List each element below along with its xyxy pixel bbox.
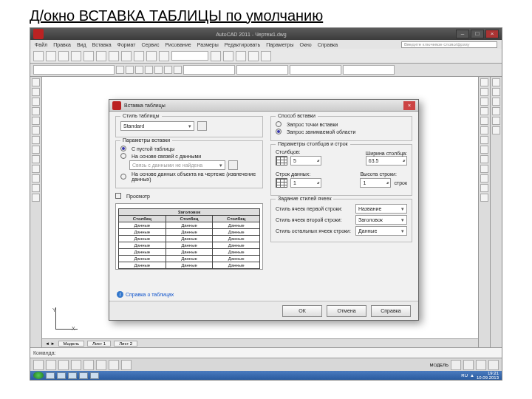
- menu-view[interactable]: Вид: [77, 42, 86, 47]
- pan-icon[interactable]: [146, 51, 157, 61]
- hatch-icon[interactable]: [32, 146, 40, 154]
- ok-button[interactable]: ОК: [282, 305, 322, 317]
- other-rows-style-select[interactable]: Данные: [355, 226, 407, 236]
- grid-toggle[interactable]: [46, 360, 56, 370]
- columns-input[interactable]: 5: [290, 156, 321, 166]
- preview-checkbox[interactable]: [115, 193, 121, 199]
- tool-icon[interactable]: [261, 51, 271, 61]
- ellipse-icon[interactable]: [32, 136, 40, 144]
- search-input[interactable]: Введите ключевое слово/фразу: [401, 41, 497, 48]
- tool-icon[interactable]: [223, 51, 233, 61]
- text-icon[interactable]: [32, 155, 40, 163]
- save-icon[interactable]: [58, 51, 69, 61]
- workspace-select[interactable]: [171, 51, 208, 61]
- layer-tool-icon[interactable]: [174, 66, 182, 74]
- minimize-button[interactable]: –: [456, 30, 469, 38]
- layer-tool-icon[interactable]: [116, 66, 124, 74]
- row-height-input[interactable]: 1: [360, 178, 391, 188]
- close-button[interactable]: ×: [485, 30, 499, 38]
- new-icon[interactable]: [33, 51, 44, 61]
- polygon-icon[interactable]: [32, 126, 40, 134]
- copy-obj-icon[interactable]: [480, 88, 488, 96]
- linetype-select[interactable]: [236, 65, 288, 75]
- menu-dimension[interactable]: Размеры: [197, 42, 219, 47]
- point-icon[interactable]: [32, 174, 40, 183]
- trim-icon[interactable]: [480, 165, 488, 173]
- fillet-icon[interactable]: [480, 184, 488, 192]
- maximize-button[interactable]: □: [471, 30, 484, 38]
- print-icon[interactable]: [71, 51, 81, 61]
- first-row-style-select[interactable]: Название: [355, 204, 407, 214]
- taskbar-app-icon[interactable]: [68, 372, 77, 379]
- tool-icon[interactable]: [211, 51, 221, 61]
- extend-icon[interactable]: [480, 174, 488, 183]
- dyn-toggle[interactable]: [109, 360, 119, 370]
- move-icon[interactable]: [480, 126, 488, 134]
- help-button[interactable]: Справка: [371, 305, 411, 317]
- menu-draw[interactable]: Рисование: [165, 42, 191, 47]
- table-icon[interactable]: [32, 165, 40, 173]
- status-tool-icon[interactable]: [451, 360, 461, 370]
- rect-icon[interactable]: [32, 117, 40, 125]
- polyline-icon[interactable]: [32, 88, 40, 96]
- open-icon[interactable]: [46, 51, 56, 61]
- stretch-icon[interactable]: [480, 155, 488, 163]
- tool-icon[interactable]: [492, 88, 500, 96]
- tool-icon[interactable]: [492, 107, 500, 115]
- line-icon[interactable]: [32, 78, 40, 86]
- block-icon[interactable]: [32, 194, 40, 202]
- table-style-select[interactable]: Standard: [120, 121, 194, 131]
- taskbar-app-icon[interactable]: [90, 372, 99, 379]
- tab-layout2[interactable]: Лист 2: [114, 341, 137, 347]
- layer-tool-icon[interactable]: [145, 66, 153, 74]
- scale-icon[interactable]: [480, 146, 488, 154]
- tool-icon[interactable]: [492, 78, 500, 86]
- start-button[interactable]: [33, 372, 44, 379]
- otrack-toggle[interactable]: [96, 360, 106, 370]
- paste-icon[interactable]: [109, 51, 119, 61]
- menu-window[interactable]: Окно: [299, 42, 311, 47]
- help-link[interactable]: iСправка о таблицах: [117, 291, 174, 298]
- erase-icon[interactable]: [480, 78, 488, 86]
- ortho-toggle[interactable]: [58, 360, 69, 370]
- tool-icon[interactable]: [236, 51, 246, 61]
- mirror-icon[interactable]: [480, 98, 488, 106]
- cancel-button[interactable]: Отмена: [327, 305, 366, 317]
- menu-tools[interactable]: Сервис: [141, 42, 159, 47]
- taskbar-app-icon[interactable]: [79, 372, 88, 379]
- menu-params[interactable]: Параметры: [266, 42, 293, 47]
- radio-point[interactable]: [276, 121, 282, 127]
- status-tool-icon[interactable]: [463, 360, 474, 370]
- menu-modify[interactable]: Редактировать: [225, 42, 260, 47]
- data-link-button[interactable]: [228, 160, 238, 170]
- command-line[interactable]: Команда:: [30, 347, 502, 358]
- menu-edit[interactable]: Правка: [53, 42, 71, 47]
- menu-file[interactable]: Файл: [35, 42, 47, 47]
- tab-model[interactable]: Модель: [58, 341, 85, 347]
- radio-empty-table[interactable]: [120, 146, 126, 151]
- offset-icon[interactable]: [480, 107, 488, 115]
- snap-toggle[interactable]: [33, 360, 44, 370]
- copy-icon[interactable]: [96, 51, 106, 61]
- lineweight-select[interactable]: [290, 65, 341, 75]
- tray-lang[interactable]: RU: [461, 373, 468, 378]
- style-launch-button[interactable]: [197, 121, 207, 131]
- tool-icon[interactable]: [248, 51, 259, 61]
- layer-tool-icon[interactable]: [135, 66, 143, 74]
- lwt-toggle[interactable]: [121, 360, 132, 370]
- color-select[interactable]: [183, 65, 235, 75]
- taskbar-app-icon[interactable]: [46, 372, 55, 379]
- menu-format[interactable]: Формат: [117, 42, 136, 47]
- undo-icon[interactable]: [121, 51, 132, 61]
- chamfer-icon[interactable]: [480, 194, 488, 202]
- second-row-style-select[interactable]: Заголовок: [355, 215, 407, 225]
- radio-window[interactable]: [276, 129, 282, 134]
- layer-select[interactable]: [33, 65, 115, 75]
- radio-extract[interactable]: [120, 174, 126, 180]
- array-icon[interactable]: [480, 117, 488, 125]
- arc-icon[interactable]: [32, 107, 40, 115]
- zoom-icon[interactable]: [159, 51, 169, 61]
- plotstyle-select[interactable]: [343, 65, 395, 75]
- menu-insert[interactable]: Вставка: [92, 42, 112, 47]
- col-width-input[interactable]: 63.5: [366, 156, 407, 166]
